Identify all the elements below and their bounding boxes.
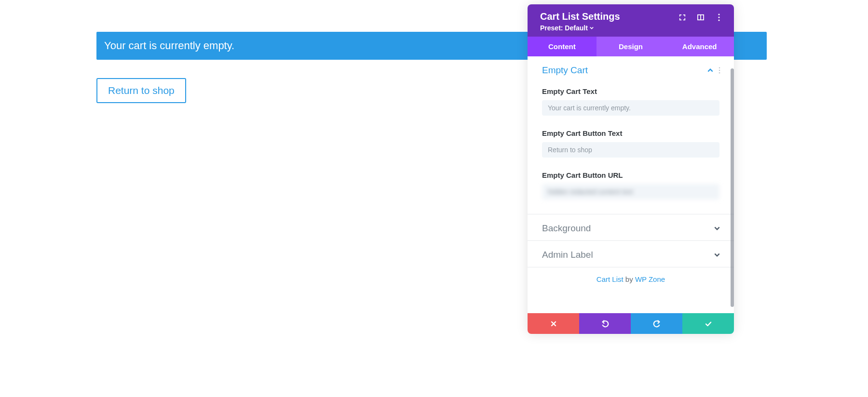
credit-mid: by xyxy=(624,275,635,283)
field-empty-cart-text: Empty Cart Text xyxy=(528,87,734,124)
preset-selector[interactable]: Preset: Default xyxy=(540,24,620,32)
svg-point-6 xyxy=(719,70,720,71)
svg-point-5 xyxy=(719,67,720,68)
columns-icon[interactable] xyxy=(696,13,705,22)
undo-icon xyxy=(601,320,609,328)
empty-cart-button-text-input[interactable] xyxy=(542,142,719,158)
empty-cart-button-url-input[interactable] xyxy=(542,184,719,199)
empty-cart-text-input[interactable] xyxy=(542,100,719,116)
chevron-up-icon xyxy=(707,67,714,74)
credit-line: Cart List by WP Zone xyxy=(528,267,734,293)
tab-bar: Content Design Advanced xyxy=(528,37,734,56)
cancel-button[interactable] xyxy=(528,313,579,334)
close-icon xyxy=(550,320,557,327)
field-label: Empty Cart Button URL xyxy=(542,171,719,179)
save-button[interactable] xyxy=(682,313,734,334)
check-icon xyxy=(705,320,712,328)
chevron-down-icon xyxy=(590,26,594,30)
preset-label: Preset: Default xyxy=(540,24,588,32)
panel-footer xyxy=(528,313,734,334)
scrollbar-thumb[interactable] xyxy=(731,68,734,307)
redo-icon xyxy=(653,320,661,328)
kebab-menu-icon[interactable] xyxy=(719,67,720,74)
tab-advanced[interactable]: Advanced xyxy=(665,37,734,56)
panel-title: Cart List Settings xyxy=(540,11,620,22)
credit-product-link[interactable]: Cart List xyxy=(597,275,624,283)
expand-icon[interactable] xyxy=(678,13,687,22)
section-admin-label-title: Admin Label xyxy=(542,250,593,260)
section-empty-cart-title: Empty Cart xyxy=(542,65,588,76)
return-to-shop-button[interactable]: Return to shop xyxy=(96,78,186,103)
redo-button[interactable] xyxy=(631,313,682,334)
svg-point-7 xyxy=(719,72,720,74)
kebab-menu-icon[interactable] xyxy=(715,13,723,22)
undo-button[interactable] xyxy=(579,313,631,334)
chevron-down-icon xyxy=(714,225,720,232)
tab-content[interactable]: Content xyxy=(528,37,597,56)
panel-body: Empty Cart Empty Cart Text Empty Cart Bu… xyxy=(528,56,734,313)
credit-author-link[interactable]: WP Zone xyxy=(635,275,665,283)
field-label: Empty Cart Button Text xyxy=(542,129,719,137)
settings-panel: Cart List Settings Preset: Default Conte… xyxy=(528,4,734,334)
section-background-title: Background xyxy=(542,223,591,234)
chevron-down-icon xyxy=(714,251,720,258)
field-empty-cart-button-text: Empty Cart Button Text xyxy=(528,129,734,166)
section-empty-cart-header[interactable]: Empty Cart xyxy=(528,56,734,82)
panel-header: Cart List Settings Preset: Default xyxy=(528,4,734,37)
svg-point-4 xyxy=(718,19,719,21)
field-empty-cart-button-url: Empty Cart Button URL xyxy=(528,171,734,214)
section-background-header[interactable]: Background xyxy=(528,214,734,241)
field-label: Empty Cart Text xyxy=(542,87,719,95)
tab-design[interactable]: Design xyxy=(597,37,665,56)
svg-point-3 xyxy=(718,16,719,18)
section-admin-label-header[interactable]: Admin Label xyxy=(528,241,734,267)
svg-point-2 xyxy=(718,13,719,15)
